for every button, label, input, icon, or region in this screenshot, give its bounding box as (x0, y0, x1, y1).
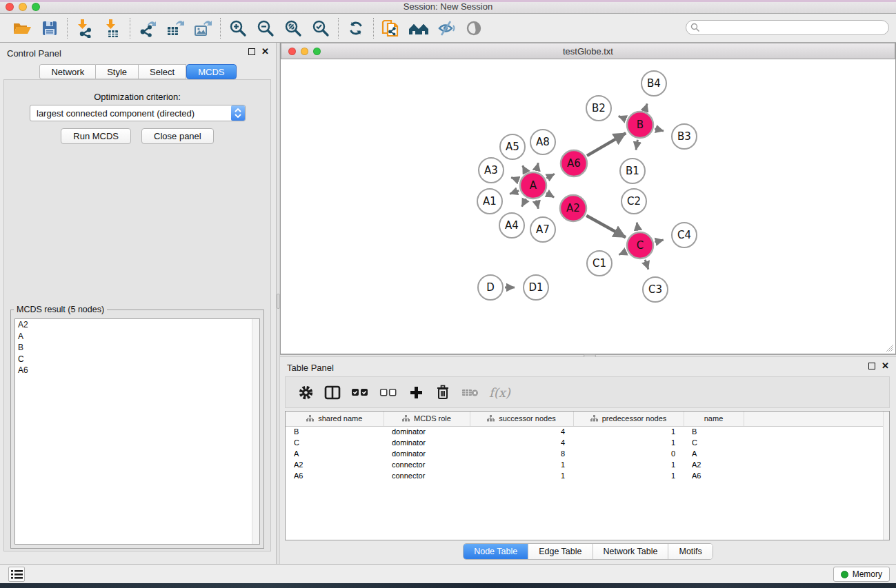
float-panel-icon[interactable] (868, 363, 875, 369)
table-row[interactable]: A2connector11A2 (286, 459, 886, 470)
tab-select[interactable]: Select (139, 64, 186, 79)
tab-motifs[interactable]: Motifs (668, 544, 712, 559)
table-cell[interactable]: A (684, 448, 744, 459)
graph-edge-B-B4[interactable] (645, 103, 647, 110)
tab-network-table[interactable]: Network Table (593, 544, 668, 559)
table-cell[interactable]: dominator (384, 448, 470, 459)
graph-edge-A6-B[interactable] (587, 133, 626, 156)
split-view-icon[interactable] (324, 382, 341, 403)
delete-column-icon[interactable] (435, 382, 451, 403)
graph-node-B[interactable]: B (627, 112, 653, 138)
column-header-successor-nodes[interactable]: successor nodes (470, 412, 573, 426)
graph-node-C[interactable]: C (627, 232, 653, 258)
graph-node-B1[interactable]: B1 (620, 159, 645, 183)
tab-node-table[interactable]: Node Table (464, 544, 528, 559)
first-neighbors-icon[interactable] (405, 17, 432, 40)
table-row[interactable]: Bdominator41B (286, 426, 886, 437)
graph-edge-A-A6[interactable] (546, 174, 555, 178)
column-header-shared-name[interactable]: shared name (286, 412, 384, 426)
table-cell[interactable]: B (684, 426, 744, 437)
graph-node-B4[interactable]: B4 (641, 71, 666, 96)
table-cell[interactable]: B (286, 426, 384, 437)
refresh-icon[interactable] (342, 17, 370, 40)
table-cell[interactable]: connector (384, 470, 470, 481)
table-cell[interactable]: C (286, 437, 384, 448)
graph-node-A[interactable]: A (520, 172, 546, 199)
graph-edge-C-C2[interactable] (637, 223, 638, 231)
clone-network-icon[interactable] (377, 17, 405, 40)
add-column-icon[interactable] (408, 382, 424, 403)
result-list-item[interactable]: A2 (15, 319, 259, 331)
column-header-MCDS-role[interactable]: MCDS role (384, 412, 470, 426)
table-cell[interactable]: A (286, 448, 384, 459)
export-network-icon[interactable] (134, 17, 161, 40)
run-mcds-button[interactable]: Run MCDS (61, 128, 131, 144)
table-row[interactable]: Cdominator41C (286, 437, 886, 448)
table-cell[interactable]: 0 (573, 448, 684, 459)
tab-style[interactable]: Style (96, 64, 139, 79)
graph-edge-C-C1[interactable] (619, 252, 626, 255)
graph-node-B3[interactable]: B3 (672, 124, 697, 149)
graph-edge-A-A4[interactable] (522, 199, 526, 206)
import-network-icon[interactable] (71, 17, 99, 40)
zoom-out-icon[interactable] (252, 17, 279, 40)
result-list-item[interactable]: B (15, 342, 259, 354)
graph-node-D1[interactable]: D1 (524, 275, 548, 300)
memory-button[interactable]: Memory (833, 567, 890, 582)
graph-edge-A-A3[interactable] (511, 178, 519, 181)
resize-grip-icon[interactable] (885, 343, 893, 352)
delete-table-icon[interactable] (461, 382, 479, 403)
graph-node-A1[interactable]: A1 (477, 189, 502, 214)
table-cell[interactable]: A2 (684, 459, 744, 470)
export-image-icon[interactable] (189, 17, 217, 40)
import-table-icon[interactable] (99, 17, 126, 40)
tab-mcds[interactable]: MCDS (186, 64, 236, 79)
table-cell[interactable]: dominator (384, 437, 470, 448)
graph-node-A3[interactable]: A3 (479, 158, 504, 183)
graph-node-A4[interactable]: A4 (499, 213, 524, 238)
table-cell[interactable]: 1 (470, 470, 573, 481)
save-session-icon[interactable] (36, 17, 63, 40)
graph-node-C4[interactable]: C4 (672, 223, 697, 247)
criterion-dropdown[interactable]: largest connected component (directed) (30, 105, 246, 121)
open-file-icon[interactable] (8, 17, 36, 40)
graph-node-B2[interactable]: B2 (586, 96, 611, 121)
table-cell[interactable]: A6 (684, 470, 744, 481)
graph-edge-C-C4[interactable] (655, 240, 663, 242)
table-cell[interactable]: 1 (573, 459, 684, 470)
result-list-scrollbar[interactable] (252, 319, 259, 544)
export-table-icon[interactable] (161, 17, 189, 40)
zoom-selected-icon[interactable] (307, 17, 335, 40)
zoom-fit-icon[interactable] (279, 17, 307, 40)
graph-node-C3[interactable]: C3 (643, 277, 668, 302)
graph-edge-A-A1[interactable] (510, 191, 519, 194)
graph-node-A7[interactable]: A7 (530, 217, 555, 242)
graph-node-A2[interactable]: A2 (560, 195, 586, 221)
hide-selected-icon[interactable] (432, 17, 460, 40)
graph-edge-A2-C[interactable] (586, 216, 626, 238)
table-cell[interactable]: 4 (470, 426, 573, 437)
table-cell[interactable]: connector (384, 459, 470, 470)
graph-edge-A-A8[interactable] (537, 163, 539, 170)
column-header-name[interactable]: name (684, 412, 744, 426)
network-canvas[interactable]: B4B2BB3B1A5A8A6A3AA1A4A7A2C2CC4C1C3DD1 (281, 59, 895, 354)
close-panel-icon[interactable]: ✕ (882, 363, 889, 369)
table-cell[interactable]: C (684, 437, 744, 448)
task-history-button[interactable] (8, 567, 25, 582)
tab-edge-table[interactable]: Edge Table (528, 544, 592, 559)
table-cell[interactable]: dominator (384, 426, 470, 437)
graph-node-C1[interactable]: C1 (587, 251, 612, 276)
table-cell[interactable]: A2 (286, 459, 384, 470)
function-builder-icon[interactable]: f(x) (489, 382, 510, 403)
graph-edge-B-B1[interactable] (636, 140, 637, 150)
graph-edge-C-C3[interactable] (645, 260, 648, 270)
graph-edge-B-B2[interactable] (619, 116, 626, 119)
table-settings-icon[interactable] (297, 382, 314, 403)
tab-network[interactable]: Network (39, 64, 96, 79)
table-cell[interactable]: A6 (286, 470, 384, 481)
table-cell[interactable]: 1 (573, 437, 684, 448)
graph-edge-A-A2[interactable] (546, 193, 554, 197)
result-list-item[interactable]: C (15, 354, 259, 365)
result-list-item[interactable]: A6 (15, 365, 259, 376)
table-cell[interactable]: 4 (470, 437, 573, 448)
